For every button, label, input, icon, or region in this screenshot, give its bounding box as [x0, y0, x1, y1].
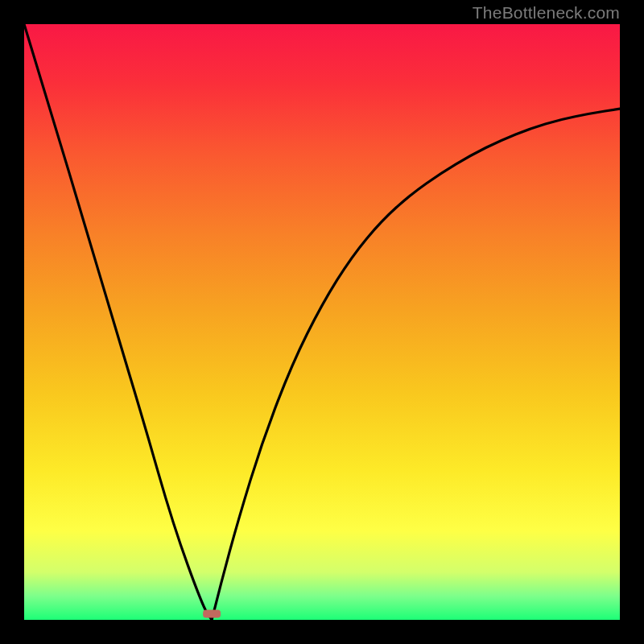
curve-svg	[24, 24, 620, 620]
min-marker	[203, 610, 221, 618]
right-branch-line	[212, 109, 620, 620]
chart-frame: TheBottleneck.com	[0, 0, 644, 644]
plot-area	[24, 24, 620, 620]
left-branch-line	[24, 24, 212, 620]
watermark-text: TheBottleneck.com	[473, 3, 620, 23]
